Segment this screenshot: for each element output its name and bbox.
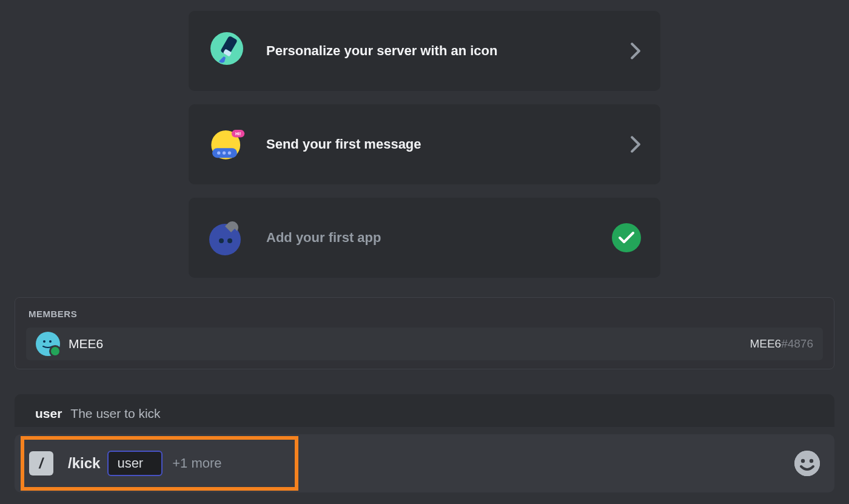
chevron-right-icon — [630, 42, 641, 59]
card-title: Add your first app — [266, 230, 612, 246]
svg-text:Hi!: Hi! — [235, 132, 241, 136]
param-description: The user to kick — [70, 406, 160, 421]
autocomplete-popup: Members MEE6 MEE6#4876 — [15, 297, 834, 369]
chevron-right-icon — [630, 136, 641, 153]
chat-bubble-icon: Hi! — [208, 126, 246, 163]
card-title: Send your first message — [266, 136, 630, 152]
card-title: Personalize your server with an icon — [266, 43, 630, 59]
wrench-robot-icon — [208, 219, 246, 257]
checkmark-icon — [612, 223, 641, 252]
card-personalize-server[interactable]: Personalize your server with an icon — [189, 11, 660, 91]
brush-icon — [208, 32, 246, 70]
message-input-bar[interactable]: / /kick user +1 more — [15, 434, 834, 492]
member-name: MEE6 — [69, 337, 750, 351]
svg-point-5 — [217, 152, 220, 155]
member-tag: MEE6#4876 — [750, 337, 813, 351]
svg-point-11 — [219, 238, 224, 243]
card-add-first-app[interactable]: Add your first app — [189, 198, 660, 278]
emoji-picker-button[interactable] — [794, 451, 820, 476]
autocomplete-member-row[interactable]: MEE6 MEE6#4876 — [26, 328, 823, 360]
command-arg-pill[interactable]: user — [107, 451, 163, 476]
svg-point-15 — [794, 451, 820, 476]
more-options-hint[interactable]: +1 more — [172, 455, 221, 471]
command-param-strip: user The user to kick — [15, 394, 834, 427]
slash-command-icon: / — [29, 451, 53, 475]
svg-point-6 — [223, 152, 226, 155]
autocomplete-section-header: Members — [29, 309, 823, 319]
onboarding-cards: Personalize your server with an icon Hi!… — [189, 11, 660, 278]
card-send-first-message[interactable]: Hi! Send your first message — [189, 104, 660, 184]
svg-point-14 — [49, 340, 52, 343]
svg-point-13 — [43, 340, 45, 343]
svg-point-16 — [801, 459, 805, 463]
svg-point-7 — [228, 152, 231, 155]
svg-point-17 — [810, 459, 813, 463]
svg-point-12 — [227, 238, 232, 243]
avatar — [36, 332, 60, 356]
param-name: user — [35, 406, 62, 421]
command-name: /kick — [68, 455, 100, 472]
